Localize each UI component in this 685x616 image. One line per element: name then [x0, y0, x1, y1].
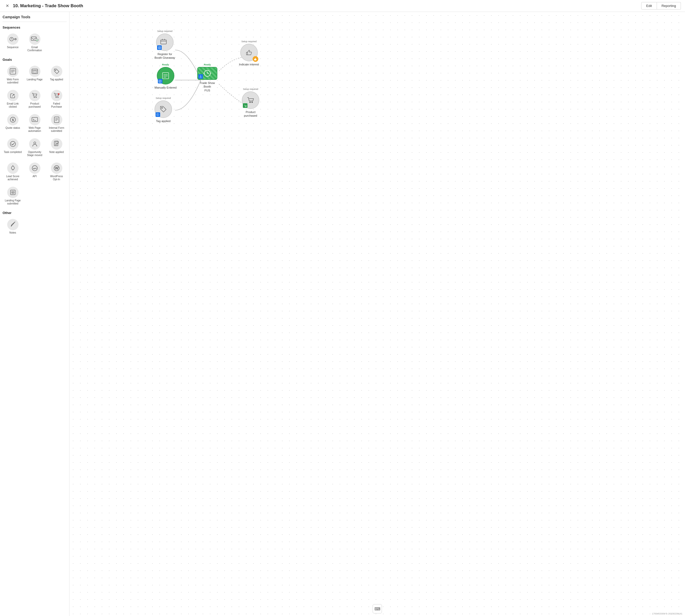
api-label: API	[32, 175, 37, 178]
api-icon: API	[29, 162, 40, 174]
product-purchased-circle	[242, 91, 259, 109]
sidebar-item-quote-status[interactable]: $ Quote status	[3, 112, 23, 135]
node-manually-entered[interactable]: Ready Manually Entered	[155, 63, 177, 89]
internal-form-submitted-icon	[51, 114, 62, 126]
quote-status-label: Quote status	[5, 127, 20, 130]
svg-marker-58	[157, 114, 159, 116]
node-trade-show-fus[interactable]: Ready Trade Show BoothFUS	[196, 63, 219, 92]
close-button[interactable]: ✕	[4, 3, 10, 9]
svg-point-68	[245, 106, 245, 107]
sidebar-item-lead-score-achieved[interactable]: Lead Score achieved	[3, 160, 23, 183]
svg-point-18	[58, 97, 59, 98]
sequences-label: Sequences	[3, 25, 67, 29]
landing-page-submitted-icon	[7, 187, 19, 198]
other-grid: Notes	[3, 217, 67, 236]
product-purchased-overlay	[243, 103, 247, 108]
product-purchased-badge: Setup required	[243, 88, 258, 90]
sidebar-item-tag-applied[interactable]: Tag applied	[46, 64, 67, 86]
indicate-interest-circle	[240, 44, 258, 61]
tag-applied-icon	[51, 66, 62, 77]
landing-page-icon	[29, 66, 40, 77]
sidebar-item-task-completed[interactable]: Task completed	[3, 136, 23, 159]
other-label: Other	[3, 211, 67, 215]
svg-text:$: $	[12, 118, 14, 122]
node-tag-applied[interactable]: Setup required Tag applied	[155, 97, 172, 123]
note-applied-label: Note applied	[49, 151, 64, 154]
sidebar-item-sequence[interactable]: Sequence	[3, 31, 23, 54]
indicate-interest-thumb	[252, 56, 258, 62]
sidebar-item-landing-page[interactable]: Landing Page	[24, 64, 45, 86]
web-form-submitted-label: Web Form submitted	[4, 78, 22, 84]
failed-purchase-label: Failed Purchase	[47, 102, 66, 108]
web-form-submitted-icon	[7, 66, 19, 77]
product-purchased-label: Product purchased	[25, 102, 44, 108]
reporting-button[interactable]: Reporting	[657, 2, 681, 9]
header-left: ✕ 10. Marketing - Trade Show Booth	[4, 3, 83, 9]
wordpress-opt-in-icon: W	[51, 162, 62, 174]
lead-score-achieved-label: Lead Score achieved	[4, 175, 22, 181]
register-badge: Setup required	[157, 30, 173, 32]
landing-page-label: Landing Page	[27, 78, 43, 81]
sidebar-item-web-page-automation[interactable]: Web Page automation	[24, 112, 45, 135]
failed-purchase-icon	[51, 90, 62, 101]
sidebar-item-opportunity-stage-moved[interactable]: Opportunity Stage moved	[24, 136, 45, 159]
web-page-automation-label: Web Page automation	[25, 127, 44, 133]
tag-applied-label-node: Tag applied	[156, 119, 171, 123]
sidebar-item-internal-form-submitted[interactable]: Internal Form submitted	[46, 112, 67, 135]
svg-rect-41	[161, 40, 167, 44]
svg-point-69	[246, 106, 246, 107]
trade-show-circle	[197, 67, 217, 80]
sidebar-title: Campaign Tools	[3, 15, 67, 19]
email-confirmation-icon	[29, 34, 40, 45]
tag-applied-badge: Setup required	[156, 97, 171, 100]
sidebar-item-landing-page-submitted[interactable]: Landing Page submitted	[3, 185, 23, 207]
keyboard-button[interactable]: ⌨	[373, 604, 382, 613]
internal-form-submitted-label: Internal Form submitted	[47, 127, 66, 133]
wordpress-opt-in-label: WordPress Opt-In	[47, 175, 66, 181]
svg-point-66	[249, 102, 251, 103]
trade-show-badge: Ready	[204, 63, 211, 66]
sidebar-item-notes[interactable]: Notes	[3, 217, 23, 236]
product-purchased-icon	[29, 90, 40, 101]
sidebar-item-wordpress-opt-in[interactable]: W WordPress Opt-In	[46, 160, 67, 183]
manually-entered-circle	[157, 67, 174, 85]
svg-point-59	[157, 114, 158, 115]
svg-point-67	[251, 102, 253, 103]
register-label: Register forBooth Giveaway	[155, 52, 175, 60]
node-product-purchased[interactable]: Setup required Product purchased	[239, 88, 262, 118]
node-register[interactable]: Setup required Register forBooth Giveawa…	[155, 30, 175, 60]
svg-point-57	[161, 107, 163, 109]
register-circle	[156, 34, 174, 51]
sidebar-item-email-confirmation[interactable]: Email Confirmation	[24, 31, 45, 54]
svg-point-6	[36, 39, 38, 42]
manually-entered-label: Manually Entered	[155, 86, 177, 89]
goals-label: Goals	[3, 58, 67, 62]
svg-rect-53	[159, 80, 161, 82]
svg-rect-45	[158, 47, 161, 49]
sidebar-item-failed-purchase[interactable]: Failed Purchase	[46, 88, 67, 110]
sidebar-item-product-purchased[interactable]: Product purchased	[24, 88, 45, 110]
svg-point-15	[34, 97, 35, 98]
sidebar-item-note-applied[interactable]: Note applied	[46, 136, 67, 159]
trade-show-overlay	[198, 74, 203, 79]
app-header: ✕ 10. Marketing - Trade Show Booth Edit …	[0, 0, 685, 12]
task-completed-icon	[7, 138, 19, 150]
node-indicate-interest[interactable]: Setup required Indicate interest	[239, 40, 259, 66]
svg-marker-65	[200, 75, 201, 78]
svg-point-29	[34, 142, 36, 144]
sidebar-item-web-form-submitted[interactable]: Web Form submitted	[3, 64, 23, 86]
notes-label: Notes	[9, 231, 16, 234]
sequence-icon	[7, 34, 19, 45]
sidebar-item-email-link-clicked[interactable]: Email Link clicked	[3, 88, 23, 110]
main-layout: Campaign Tools Sequences Sequence	[0, 12, 685, 616]
indicate-interest-badge: Setup required	[241, 40, 257, 43]
canvas-status: 1700453309-fc-20230239141	[652, 612, 682, 615]
svg-point-28	[10, 141, 16, 147]
sidebar-item-api[interactable]: API API	[24, 160, 45, 183]
opportunity-stage-moved-icon	[29, 138, 40, 150]
note-applied-icon	[51, 138, 62, 150]
svg-text:W: W	[55, 166, 59, 170]
edit-button[interactable]: Edit	[641, 2, 657, 9]
opportunity-stage-moved-label: Opportunity Stage moved	[25, 151, 44, 157]
svg-text:API: API	[33, 168, 36, 170]
